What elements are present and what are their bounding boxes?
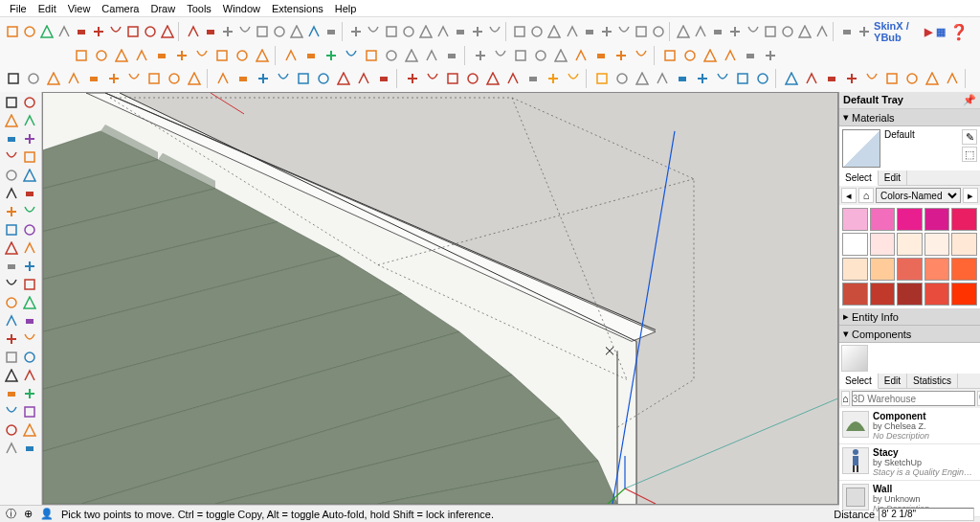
- toolbar-button-r1-31[interactable]: [721, 46, 740, 65]
- material-swatch-5[interactable]: [842, 233, 868, 256]
- toolbar-button-r2-22[interactable]: [463, 69, 482, 88]
- left-tool-7-0[interactable]: [3, 221, 20, 238]
- left-tool-16-1[interactable]: [21, 385, 38, 402]
- left-tool-11-0[interactable]: [3, 294, 20, 311]
- left-tool-18-0[interactable]: [3, 421, 20, 439]
- toolbar-button-r0-37[interactable]: [676, 22, 692, 41]
- left-tool-9-1[interactable]: [21, 258, 38, 275]
- toolbar-button-r1-16[interactable]: [402, 46, 421, 65]
- material-swatch-7[interactable]: [897, 233, 923, 256]
- toolbar-button-r0-8[interactable]: [142, 22, 158, 41]
- left-tool-17-0[interactable]: [3, 403, 20, 420]
- material-swatch-3[interactable]: [924, 208, 950, 231]
- left-tool-6-0[interactable]: [3, 203, 20, 220]
- toolbar-button-r1-28[interactable]: [660, 46, 679, 65]
- toolbar-button-r0-17[interactable]: [305, 22, 322, 41]
- menu-draw[interactable]: Draw: [145, 1, 181, 16]
- toolbar-button-r1-4[interactable]: [152, 46, 171, 65]
- materials-home-button[interactable]: ⌂: [858, 188, 874, 203]
- left-tool-13-1[interactable]: [21, 330, 38, 348]
- toolbar-button-r0-43[interactable]: [779, 22, 795, 41]
- toolbar-button-r0-21[interactable]: [383, 22, 399, 41]
- toolbar-button-r2-4[interactable]: [84, 69, 103, 88]
- toolbar-button-r1-12[interactable]: [322, 46, 341, 65]
- components-tab-statistics[interactable]: Statistics: [907, 374, 958, 388]
- toolbar-button-r1-2[interactable]: [112, 46, 131, 65]
- status-user-icon[interactable]: 👤: [40, 508, 54, 520]
- left-tool-12-1[interactable]: [21, 312, 38, 329]
- toolbar-button-r0-33[interactable]: [598, 22, 614, 41]
- toolbar-button-r1-26[interactable]: [612, 46, 631, 65]
- toolbar-button-r0-20[interactable]: [366, 22, 382, 41]
- left-tool-9-0[interactable]: [3, 258, 20, 275]
- toolbar-button-r2-23[interactable]: [483, 69, 502, 88]
- toolbar-button-r2-35[interactable]: [733, 69, 752, 88]
- left-tool-8-0[interactable]: [3, 239, 20, 257]
- left-tool-5-1[interactable]: [21, 185, 38, 202]
- toolbar-button-r1-33[interactable]: [761, 46, 780, 65]
- toolbar-button-r1-18[interactable]: [442, 46, 461, 65]
- material-swatch-14[interactable]: [951, 258, 977, 281]
- toolbar-button-r2-34[interactable]: [713, 69, 732, 88]
- toolbar-button-r0-38[interactable]: [693, 22, 709, 41]
- menu-tools[interactable]: Tools: [181, 1, 217, 16]
- toolbar-button-r0-9[interactable]: [159, 22, 175, 41]
- toolbar-button-r1-3[interactable]: [132, 46, 151, 65]
- toolbar-button-r0-18[interactable]: [323, 22, 339, 41]
- toolbar-button-r2-29[interactable]: [612, 69, 632, 88]
- toolbar-button-r1-29[interactable]: [680, 46, 700, 65]
- toolbar-button-r2-19[interactable]: [403, 69, 422, 88]
- toolbar-button-r0-4[interactable]: [73, 22, 89, 41]
- left-tool-19-0[interactable]: [3, 440, 20, 457]
- toolbar-button-r0-45[interactable]: [813, 22, 830, 41]
- toolbar-button-r2-42[interactable]: [882, 69, 902, 88]
- toolbar-button-r0-7[interactable]: [124, 22, 141, 41]
- toolbar-button-r1-6[interactable]: [192, 46, 212, 65]
- toolbar-button-r0-30[interactable]: [546, 22, 563, 41]
- materials-tab-edit[interactable]: Edit: [879, 170, 907, 185]
- material-swatch-4[interactable]: [951, 208, 977, 231]
- toolbar-button-r1-30[interactable]: [701, 46, 720, 65]
- toolbar-button-r0-6[interactable]: [107, 22, 123, 41]
- toolbar-button-r0-22[interactable]: [400, 22, 416, 41]
- material-swatch-6[interactable]: [870, 233, 896, 256]
- toolbar-button-r0-47[interactable]: [857, 22, 873, 41]
- left-tool-17-1[interactable]: [21, 403, 38, 420]
- toolbar-button-r2-10[interactable]: [213, 69, 233, 88]
- current-material-swatch[interactable]: [842, 129, 880, 168]
- toolbar-button-r0-26[interactable]: [469, 22, 485, 41]
- toolbar-button-r1-25[interactable]: [591, 46, 611, 65]
- components-search-input[interactable]: [852, 391, 975, 406]
- tray-title-bar[interactable]: Default Tray 📌: [839, 92, 980, 109]
- left-tool-16-0[interactable]: [3, 385, 20, 402]
- toolbar-button-r0-0[interactable]: [4, 22, 20, 41]
- left-tool-2-1[interactable]: [21, 130, 38, 148]
- brand-help-icon[interactable]: ❓: [949, 23, 969, 41]
- toolbar-button-r2-44[interactable]: [923, 69, 942, 88]
- material-swatch-1[interactable]: [870, 208, 896, 231]
- toolbar-button-r2-14[interactable]: [294, 69, 313, 88]
- component-item-0[interactable]: Component by Chelsea Z. No Description: [839, 408, 980, 444]
- toolbar-button-r0-41[interactable]: [745, 22, 761, 41]
- menu-extensions[interactable]: Extensions: [266, 1, 329, 16]
- toolbar-button-r2-1[interactable]: [24, 69, 43, 88]
- material-swatch-9[interactable]: [951, 233, 977, 256]
- toolbar-button-r1-17[interactable]: [422, 46, 441, 65]
- left-tool-8-1[interactable]: [21, 239, 38, 257]
- create-material-button[interactable]: ✎: [962, 129, 977, 145]
- left-tool-3-0[interactable]: [3, 148, 20, 166]
- toolbar-button-r0-24[interactable]: [434, 22, 451, 41]
- toolbar-button-r1-32[interactable]: [741, 46, 760, 65]
- material-swatch-8[interactable]: [924, 233, 950, 256]
- toolbar-button-r0-40[interactable]: [727, 22, 744, 41]
- toolbar-button-r0-44[interactable]: [796, 22, 813, 41]
- toolbar-button-r1-10[interactable]: [281, 46, 301, 65]
- toolbar-button-r2-6[interactable]: [124, 69, 144, 88]
- toolbar-button-r0-39[interactable]: [710, 22, 726, 41]
- left-tool-5-0[interactable]: [3, 185, 20, 202]
- material-swatch-0[interactable]: [842, 208, 868, 231]
- toolbar-button-r2-27[interactable]: [564, 69, 583, 88]
- toolbar-button-r0-3[interactable]: [56, 22, 72, 41]
- menu-file[interactable]: File: [4, 1, 33, 16]
- tray-pin-icon[interactable]: 📌: [963, 94, 976, 106]
